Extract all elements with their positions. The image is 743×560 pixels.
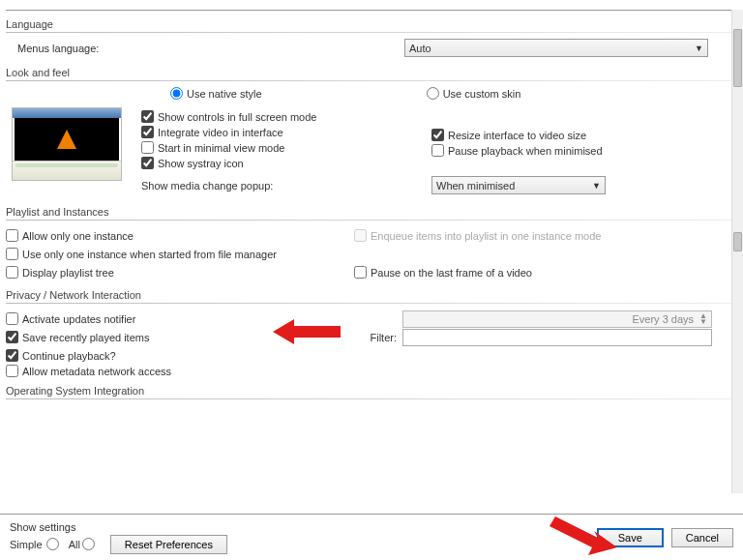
check-display-playlist-tree[interactable]: Display playlist tree: [6, 266, 354, 279]
section-language: Language: [6, 18, 733, 30]
section-privacy: Privacy / Network Interaction: [6, 289, 733, 301]
check-resize-interface[interactable]: Resize interface to video size: [431, 129, 603, 141]
chevron-down-icon: ▼: [592, 181, 601, 191]
radio-native-input[interactable]: [170, 87, 183, 100]
radio-native-style[interactable]: Use native style: [170, 87, 262, 100]
check-show-controls-fs[interactable]: Show controls in full screen mode: [141, 110, 431, 123]
preview-thumbnail: [12, 107, 122, 181]
divider: [6, 303, 733, 304]
radio-native-label: Use native style: [187, 88, 262, 100]
section-lookfeel: Look and feel: [6, 67, 733, 78]
top-divider: [6, 10, 733, 11]
menus-language-select[interactable]: Auto ▼: [404, 39, 708, 57]
divider: [6, 80, 733, 81]
save-button[interactable]: Save: [597, 528, 664, 547]
radio-custom-label: Use custom skin: [443, 88, 521, 100]
cancel-button[interactable]: Cancel: [671, 528, 733, 547]
divider: [6, 220, 733, 221]
radio-custom-input[interactable]: [427, 87, 439, 100]
update-interval-spinner[interactable]: Every 3 days ▲▼: [402, 310, 712, 328]
menus-language-label: Menus language:: [17, 43, 404, 54]
check-save-recent[interactable]: Save recently played items: [6, 331, 354, 343]
radio-all[interactable]: All: [69, 538, 95, 550]
check-allow-metadata[interactable]: Allow metadata network access: [6, 365, 733, 377]
chevron-down-icon: ▼: [695, 44, 703, 53]
check-continue-playback[interactable]: Continue playback?: [6, 349, 733, 362]
check-allow-one-instance[interactable]: Allow only one instance: [6, 229, 354, 242]
footer-bar: Show settings Simple All Reset Preferenc…: [0, 514, 743, 560]
reset-preferences-button[interactable]: Reset Preferences: [110, 535, 227, 554]
show-settings-label: Show settings: [10, 521, 227, 533]
vlc-cone-icon: [57, 130, 76, 149]
section-playlist: Playlist and Instances: [6, 206, 733, 218]
radio-custom-skin[interactable]: Use custom skin: [427, 87, 521, 100]
filter-input[interactable]: [402, 329, 712, 346]
menus-language-value: Auto: [409, 43, 431, 54]
check-show-systray[interactable]: Show systray icon: [141, 157, 431, 169]
filter-label: Filter:: [354, 332, 402, 343]
check-activate-updates[interactable]: Activate updates notifier: [6, 312, 402, 325]
check-pause-minimised[interactable]: Pause playback when minimised: [431, 144, 603, 157]
spinner-arrows-icon[interactable]: ▲▼: [699, 313, 707, 325]
check-start-minimal[interactable]: Start in minimal view mode: [141, 141, 431, 154]
media-change-label: Show media change popup:: [141, 180, 431, 192]
check-use-one-instance-fm[interactable]: Use only one instance when started from …: [6, 248, 733, 260]
preferences-panel: Language Menus language: Auto ▼ Look and…: [0, 0, 743, 507]
check-enqueue-one-instance: Enqueue items into playlist in one insta…: [354, 229, 601, 242]
divider: [6, 398, 733, 399]
radio-simple[interactable]: Simple: [10, 538, 59, 550]
check-integrate-video[interactable]: Integrate video in interface: [141, 126, 431, 138]
divider: [6, 32, 733, 33]
vertical-scrollbar[interactable]: [731, 10, 743, 493]
check-pause-last-frame[interactable]: Pause on the last frame of a video: [354, 266, 532, 279]
section-os: Operating System Integration: [6, 385, 733, 397]
media-change-select[interactable]: When minimised ▼: [431, 176, 606, 194]
